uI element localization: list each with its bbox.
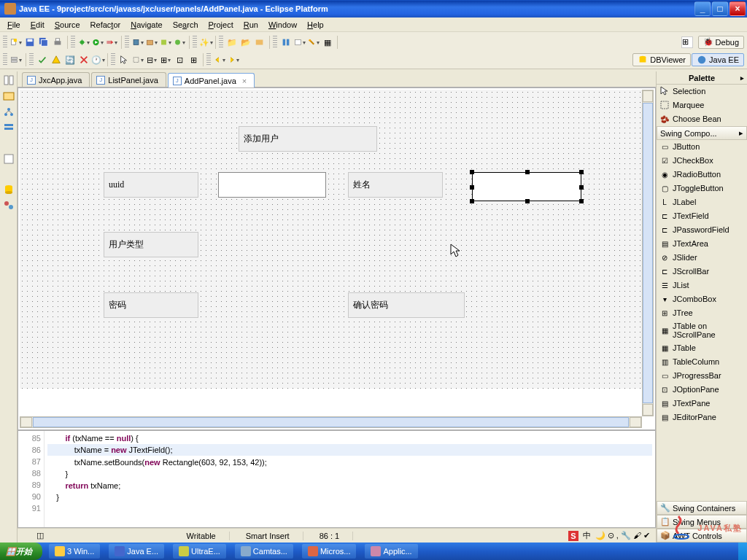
tab-addpanel[interactable]: JAddPanel.java× — [168, 73, 255, 88]
menu-navigate[interactable]: Navigate — [126, 19, 166, 31]
label-usertype[interactable]: 用户类型 — [104, 232, 198, 257]
palette-title[interactable]: Palette — [657, 71, 747, 85]
ime-lang[interactable]: 中 — [581, 530, 592, 541]
menu-help[interactable]: Help — [303, 19, 328, 31]
menu-run[interactable]: Run — [239, 19, 263, 31]
view-icon[interactable] — [3, 153, 15, 165]
task-ultraedit[interactable]: UltraE... — [173, 544, 226, 559]
fwd-button[interactable] — [227, 53, 240, 66]
hierarchy-icon[interactable] — [3, 106, 15, 118]
print-button[interactable] — [51, 36, 64, 49]
palette-jcheckbox[interactable]: ☑JCheckBox — [657, 154, 747, 168]
refresh-button[interactable]: 🔄 — [63, 53, 77, 66]
menu-edit[interactable]: Edit — [26, 19, 49, 31]
save-all-button[interactable] — [37, 36, 50, 49]
save-button[interactable] — [23, 36, 36, 49]
open-button[interactable]: 📂 — [239, 36, 252, 49]
ext-button[interactable] — [253, 36, 266, 49]
project-explorer-icon[interactable] — [3, 90, 15, 102]
select-button[interactable] — [117, 53, 131, 66]
textfield-uuid[interactable] — [218, 172, 326, 198]
align2-button[interactable]: ⊞ — [159, 53, 172, 66]
label-name[interactable]: 姓名 — [348, 172, 443, 198]
palette-jtogglebutton[interactable]: ▢JToggleButton — [657, 182, 747, 195]
palette-jtree[interactable]: ⊞JTree — [657, 306, 747, 320]
minimize-button[interactable]: _ — [694, 1, 711, 16]
palette-jprogressbar[interactable]: ▭JProgressBar — [657, 369, 747, 383]
warn-button[interactable] — [50, 53, 63, 66]
horizontal-scrollbar[interactable] — [20, 416, 642, 428]
task-explorer[interactable]: 3 Win... — [49, 544, 100, 559]
palette-group-swing-menus[interactable]: 📋Swing Menus — [657, 515, 747, 529]
vertical-scrollbar[interactable] — [642, 90, 654, 416]
palette-jslider[interactable]: ⊘JSlider — [657, 251, 747, 265]
marquee-button[interactable] — [131, 53, 144, 66]
new-button[interactable] — [9, 36, 23, 49]
task-eclipse[interactable]: Java E... — [109, 544, 164, 559]
close-tab-icon[interactable]: × — [242, 77, 247, 85]
palette-group-awt[interactable]: 📦AWT Controls — [657, 529, 747, 542]
back-button[interactable] — [213, 53, 226, 66]
source-editor[interactable]: 85868788899091 if (txName == null) { txN… — [18, 430, 656, 528]
grid-button[interactable]: ⊡ — [173, 53, 186, 66]
run-ext-button[interactable] — [105, 36, 118, 49]
perspective-dbviewer[interactable]: DBViewer — [632, 53, 691, 66]
palette-jtable-on-jscrollpane[interactable]: ▦JTable onJScrollPane — [657, 320, 747, 341]
history-button[interactable]: 🕐 — [91, 53, 104, 66]
start-button[interactable]: 🪟 开始 — [0, 542, 42, 560]
palette-jpasswordfield[interactable]: ⊏JPasswordField — [657, 223, 747, 237]
label-uuid[interactable]: uuid — [104, 172, 198, 198]
debug-button[interactable] — [77, 36, 90, 49]
palette-jlabel[interactable]: LJLabel — [657, 195, 747, 209]
palette-jtextpane[interactable]: ▤JTextPane — [657, 397, 747, 411]
check-button[interactable] — [36, 53, 49, 66]
menu-search[interactable]: Search — [169, 19, 203, 31]
new-wizard-button[interactable] — [159, 36, 172, 49]
overview-icon[interactable]: ◫ — [23, 531, 50, 540]
palette-tablecolumn[interactable]: ▥TableColumn — [657, 355, 747, 369]
menu-refactor[interactable]: Refactor — [86, 19, 125, 31]
toggle-button[interactable] — [279, 36, 293, 49]
palette-selection[interactable]: Selection — [657, 85, 747, 98]
textfield-name-selected[interactable] — [472, 172, 581, 201]
palette-jlist[interactable]: ☰JList — [657, 279, 747, 292]
task-camtasia[interactable]: Camtas... — [235, 544, 293, 559]
menu-file[interactable]: File — [3, 19, 25, 31]
perspective-switch-button[interactable]: ⊞ — [681, 36, 693, 48]
system-tray[interactable] — [738, 542, 747, 560]
palette-jeditorpane[interactable]: ▤JEditorPane — [657, 411, 747, 424]
palette-jradiobutton[interactable]: ◉JRadioButton — [657, 168, 747, 182]
open-task-button[interactable] — [293, 36, 306, 49]
wizard-button[interactable]: ✨ — [199, 36, 212, 49]
palette-choose-bean[interactable]: 🫘Choose Bean — [657, 112, 747, 126]
menu-project[interactable]: Project — [204, 19, 238, 31]
palette-group-swing-containers[interactable]: 🔧Swing Containers — [657, 501, 747, 515]
align-button[interactable]: ⊟ — [145, 53, 158, 66]
restore-view-icon[interactable] — [3, 74, 15, 86]
palette-jtextarea[interactable]: ▤JTextArea — [657, 237, 747, 251]
new-class-button[interactable] — [173, 36, 186, 49]
label-title[interactable]: 添加用户 — [239, 126, 377, 152]
palette-jtable[interactable]: ▦JTable — [657, 341, 747, 355]
maximize-button[interactable]: □ — [712, 1, 728, 16]
new-package-button[interactable] — [145, 36, 158, 49]
label-password[interactable]: 密码 — [104, 292, 198, 318]
palette-marquee[interactable]: Marquee — [657, 98, 747, 112]
perspective-debug[interactable]: 🐞Debug — [698, 36, 744, 49]
toolbar-grip[interactable] — [71, 36, 75, 49]
ext2-button[interactable]: ▦ — [321, 36, 334, 49]
tab-jxcapp[interactable]: JJxcApp.java — [22, 72, 90, 87]
palette-group-swing-components[interactable]: Swing Compo...▸ — [657, 126, 747, 140]
design-canvas[interactable]: 添加用户 uuid 姓名 用户类型 密码 确认密码 — [20, 90, 642, 389]
tab-listpanel[interactable]: JListPanel.java — [91, 72, 166, 87]
menu-source[interactable]: Source — [50, 19, 85, 31]
db-icon[interactable] — [3, 184, 15, 195]
palette-joptionpane[interactable]: ⊡JOptionPane — [657, 383, 747, 397]
palette-jcombobox[interactable]: ▾JComboBox — [657, 292, 747, 306]
folder-button[interactable]: 📁 — [225, 36, 239, 49]
grid2-button[interactable]: ⊞ — [187, 53, 200, 66]
servers-button[interactable] — [9, 53, 23, 66]
beans-icon[interactable] — [3, 200, 15, 211]
perspective-javaee[interactable]: Java EE — [692, 53, 744, 66]
task-application[interactable]: Applic... — [365, 544, 417, 559]
